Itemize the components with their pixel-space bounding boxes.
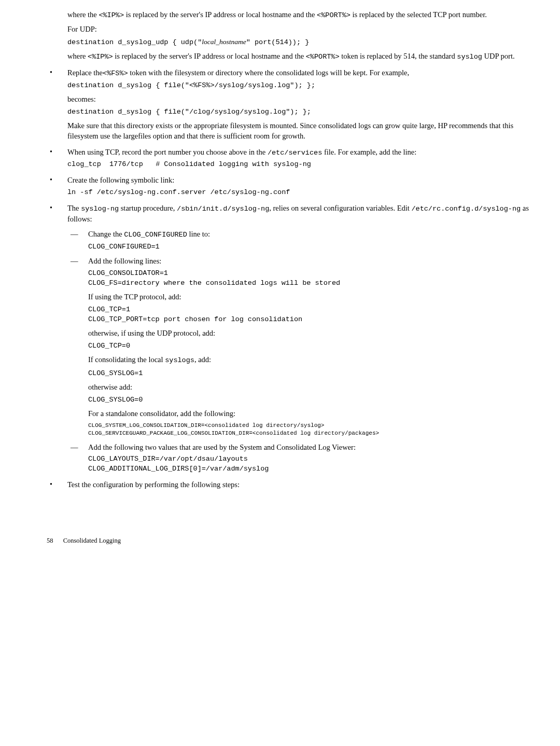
text: When using TCP, record the port number y… [67,147,529,158]
dash-add-two-values: Add the following two values that are us… [67,442,529,474]
syslog-ng-token: syslog-ng [81,205,119,213]
etc-services: /etc/services [268,149,322,157]
ip-token: <%IP%> [99,11,124,19]
text: , relies on several configuration variab… [269,204,411,212]
code-clog-syslog1: CLOG_SYSLOG=1 [88,369,529,379]
consolidating-label: If consolidating the local syslogs, add: [88,354,529,366]
bullet-test-config: Test the configuration by performing the… [47,479,529,490]
text: Add the following two values that are us… [88,442,529,452]
page-footer: 58 Consolidated Logging [47,536,529,546]
syslog-token: syslog [457,53,482,61]
standalone-label: For a standalone consolidator, add the f… [88,408,529,419]
make-sure-para: Make sure that this directory exists or … [67,120,529,142]
text: Replace the [67,68,103,77]
dash-change-clog-configured: Change the CLOG_CONFIGURED line to: CLOG… [67,229,529,252]
init-path: /sbin/init.d/syslog-ng [177,205,269,213]
text: is replaced by the server's IP address o… [124,10,317,19]
text: The syslog-ng startup procedure, /sbin/i… [67,203,529,225]
udp-code: destination d_syslog_udp { udp("local_ho… [67,37,529,48]
code-part: destination d_syslog_udp { udp(" [67,38,202,46]
text: Test the configuration by performing the… [67,479,529,490]
becomes-label: becomes: [67,94,529,104]
ip-token: <%IP%> [88,53,113,61]
udp-label: otherwise, if using the UDP protocol, ad… [88,328,529,338]
text: When using TCP, record the port number y… [67,148,268,156]
text: where the [67,10,99,19]
text: Add the following lines: [88,256,529,266]
code-ln-sf: ln -sf /etc/syslog-ng.conf.server /etc/s… [67,188,529,198]
code-destination-clog: destination d_syslog { file("/clog/syslo… [67,107,529,117]
code-clog-syslog0: CLOG_SYSLOG=0 [88,395,529,405]
text: startup procedure, [119,204,177,212]
bullet-create-symlink: Create the following symbolic link: ln -… [47,175,529,197]
section-title: Consolidated Logging [63,537,121,544]
main-bullets: Replace the<%FS%> token with the filesys… [47,67,529,490]
port-token: <%PORT%> [317,11,351,19]
code-clog-tcp0: CLOG_TCP=0 [88,341,529,351]
code-part: " port(514)); } [246,38,310,46]
text: , add: [194,355,211,364]
bullet-tcp-record: When using TCP, record the port number y… [47,147,529,170]
text: If consolidating the local [88,355,165,364]
text: where [67,52,88,60]
tcp-label: If using the TCP protocol, add: [88,292,529,302]
text: token is replaced by 514, the standard [340,52,457,60]
text: is replaced by the selected TCP port num… [351,10,487,19]
code-consolidator-fs: CLOG_CONSOLIDATOR=1 CLOG_FS=directory wh… [88,269,529,288]
port-token: <%PORT%> [306,53,340,61]
otherwise-label: otherwise add: [88,382,529,392]
text: Replace the<%FS%> token with the filesys… [67,67,529,79]
code-layouts-dirs: CLOG_LAYOUTS_DIR=/var/opt/dsau/layouts C… [88,454,529,474]
where-ip: where the <%IP%> is replaced by the serv… [67,9,529,21]
code-clog-tcp-port: CLOG_TCP=1 CLOG_TCP_PORT=tcp port chosen… [88,305,529,325]
dashed-list: Change the CLOG_CONFIGURED line to: CLOG… [67,229,529,474]
text: Change the CLOG_CONFIGURED line to: [88,229,529,240]
text: file. For example, add the line: [322,148,416,156]
text: line to: [187,230,210,238]
local-hostname: local_hostname [202,38,246,46]
code-clog-tcp: clog_tcp 1776/tcp # Consolidated logging… [67,160,529,170]
bullet-syslog-ng-startup: The syslog-ng startup procedure, /sbin/i… [47,203,529,474]
text: Create the following symbolic link: [67,175,529,185]
text: is replaced by the server's IP address o… [113,52,306,60]
text: Change the [88,230,124,238]
top-continuation: where the <%IP%> is replaced by the serv… [67,9,529,62]
code-destination-fs: destination d_syslog { file("<%FS%>/sysl… [67,81,529,91]
rc-path: /etc/rc.config.d/syslog-ng [411,205,521,213]
text: UDP port. [482,52,515,60]
where-ip-udp: where <%IP%> is replaced by the server's… [67,51,529,62]
for-udp-label: For UDP: [67,24,529,34]
code-clog-configured: CLOG_CONFIGURED=1 [88,242,529,252]
page-number: 58 [47,536,53,546]
fs-token: <%FS%> [103,70,128,77]
dash-add-lines: Add the following lines: CLOG_CONSOLIDAT… [67,256,529,437]
bullet-replace-fs: Replace the<%FS%> token with the filesys… [47,67,529,142]
text: The [67,204,81,212]
text: token with the filesystem or directory w… [128,68,409,77]
syslogs-token: syslogs [165,356,194,364]
code-consolidation-dirs: CLOG_SYSTEM_LOG_CONSOLIDATION_DIR=<conso… [88,422,529,438]
clog-configured-token: CLOG_CONFIGURED [124,231,187,239]
